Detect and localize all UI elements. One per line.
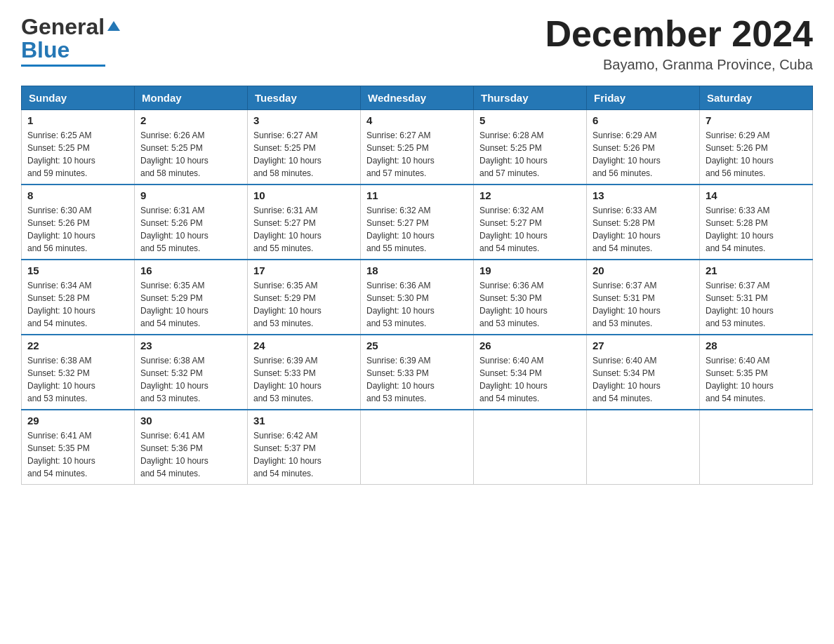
day-cell: 1 Sunrise: 6:25 AM Sunset: 5:25 PM Dayli… xyxy=(22,110,135,185)
day-cell: 18 Sunrise: 6:36 AM Sunset: 5:30 PM Dayl… xyxy=(361,260,474,335)
title-section: December 2024 Bayamo, Granma Province, C… xyxy=(545,14,813,73)
day-number: 23 xyxy=(140,340,241,351)
week-row-4: 22 Sunrise: 6:38 AM Sunset: 5:32 PM Dayl… xyxy=(22,335,813,410)
week-row-3: 15 Sunrise: 6:34 AM Sunset: 5:28 PM Dayl… xyxy=(22,260,813,335)
day-cell: 22 Sunrise: 6:38 AM Sunset: 5:32 PM Dayl… xyxy=(22,335,135,410)
day-info: Sunrise: 6:25 AM Sunset: 5:25 PM Dayligh… xyxy=(27,129,128,180)
week-row-5: 29 Sunrise: 6:41 AM Sunset: 5:35 PM Dayl… xyxy=(22,410,813,485)
day-number: 28 xyxy=(706,340,807,351)
col-header-friday: Friday xyxy=(587,86,700,110)
day-cell: 24 Sunrise: 6:39 AM Sunset: 5:33 PM Dayl… xyxy=(248,335,361,410)
day-info: Sunrise: 6:38 AM Sunset: 5:32 PM Dayligh… xyxy=(27,354,128,405)
calendar-table: SundayMondayTuesdayWednesdayThursdayFrid… xyxy=(21,86,813,485)
day-info: Sunrise: 6:40 AM Sunset: 5:34 PM Dayligh… xyxy=(479,354,581,405)
day-cell: 4 Sunrise: 6:27 AM Sunset: 5:25 PM Dayli… xyxy=(361,110,474,185)
logo-blue: Blue xyxy=(21,37,70,63)
day-number: 20 xyxy=(593,264,694,276)
day-cell: 21 Sunrise: 6:37 AM Sunset: 5:31 PM Dayl… xyxy=(700,260,813,335)
day-number: 4 xyxy=(366,114,468,126)
day-info: Sunrise: 6:31 AM Sunset: 5:26 PM Dayligh… xyxy=(140,204,241,255)
location-subtitle: Bayamo, Granma Province, Cuba xyxy=(545,57,813,73)
col-header-sunday: Sunday xyxy=(22,86,135,110)
day-cell: 20 Sunrise: 6:37 AM Sunset: 5:31 PM Dayl… xyxy=(587,260,700,335)
col-header-tuesday: Tuesday xyxy=(248,86,361,110)
day-number: 10 xyxy=(253,189,355,201)
col-header-thursday: Thursday xyxy=(474,86,587,110)
day-info: Sunrise: 6:39 AM Sunset: 5:33 PM Dayligh… xyxy=(253,354,355,405)
logo-triangle-icon xyxy=(106,18,121,34)
day-info: Sunrise: 6:41 AM Sunset: 5:36 PM Dayligh… xyxy=(140,429,241,480)
day-cell: 17 Sunrise: 6:35 AM Sunset: 5:29 PM Dayl… xyxy=(248,260,361,335)
day-number: 25 xyxy=(366,340,468,351)
day-info: Sunrise: 6:41 AM Sunset: 5:35 PM Dayligh… xyxy=(27,429,128,480)
day-info: Sunrise: 6:36 AM Sunset: 5:30 PM Dayligh… xyxy=(479,279,581,330)
day-cell xyxy=(474,410,587,485)
day-number: 1 xyxy=(27,114,128,126)
col-header-monday: Monday xyxy=(135,86,248,110)
day-number: 31 xyxy=(253,415,355,427)
day-number: 9 xyxy=(140,189,241,201)
day-cell: 16 Sunrise: 6:35 AM Sunset: 5:29 PM Dayl… xyxy=(135,260,248,335)
day-number: 29 xyxy=(27,415,128,427)
day-number: 2 xyxy=(140,114,241,126)
day-number: 19 xyxy=(479,264,581,276)
day-number: 17 xyxy=(253,264,355,276)
day-info: Sunrise: 6:27 AM Sunset: 5:25 PM Dayligh… xyxy=(253,129,355,180)
day-info: Sunrise: 6:29 AM Sunset: 5:26 PM Dayligh… xyxy=(593,129,694,180)
day-number: 27 xyxy=(593,340,694,351)
day-cell: 27 Sunrise: 6:40 AM Sunset: 5:34 PM Dayl… xyxy=(587,335,700,410)
day-cell: 19 Sunrise: 6:36 AM Sunset: 5:30 PM Dayl… xyxy=(474,260,587,335)
day-cell xyxy=(700,410,813,485)
day-info: Sunrise: 6:39 AM Sunset: 5:33 PM Dayligh… xyxy=(366,354,468,405)
day-info: Sunrise: 6:36 AM Sunset: 5:30 PM Dayligh… xyxy=(366,279,468,330)
logo-underline xyxy=(21,65,105,67)
week-row-2: 8 Sunrise: 6:30 AM Sunset: 5:26 PM Dayli… xyxy=(22,185,813,260)
day-cell xyxy=(361,410,474,485)
day-number: 7 xyxy=(706,114,807,126)
day-cell: 25 Sunrise: 6:39 AM Sunset: 5:33 PM Dayl… xyxy=(361,335,474,410)
day-info: Sunrise: 6:37 AM Sunset: 5:31 PM Dayligh… xyxy=(706,279,807,330)
day-info: Sunrise: 6:35 AM Sunset: 5:29 PM Dayligh… xyxy=(140,279,241,330)
day-number: 30 xyxy=(140,415,241,427)
day-number: 5 xyxy=(479,114,581,126)
day-cell: 12 Sunrise: 6:32 AM Sunset: 5:27 PM Dayl… xyxy=(474,185,587,260)
day-info: Sunrise: 6:33 AM Sunset: 5:28 PM Dayligh… xyxy=(706,204,807,255)
day-info: Sunrise: 6:31 AM Sunset: 5:27 PM Dayligh… xyxy=(253,204,355,255)
day-info: Sunrise: 6:26 AM Sunset: 5:25 PM Dayligh… xyxy=(140,129,241,180)
day-number: 26 xyxy=(479,340,581,351)
day-cell xyxy=(587,410,700,485)
day-info: Sunrise: 6:30 AM Sunset: 5:26 PM Dayligh… xyxy=(27,204,128,255)
svg-marker-0 xyxy=(107,21,120,31)
day-cell: 14 Sunrise: 6:33 AM Sunset: 5:28 PM Dayl… xyxy=(700,185,813,260)
day-cell: 5 Sunrise: 6:28 AM Sunset: 5:25 PM Dayli… xyxy=(474,110,587,185)
logo: General Blue xyxy=(21,14,121,67)
day-cell: 29 Sunrise: 6:41 AM Sunset: 5:35 PM Dayl… xyxy=(22,410,135,485)
day-info: Sunrise: 6:28 AM Sunset: 5:25 PM Dayligh… xyxy=(479,129,581,180)
day-number: 13 xyxy=(593,189,694,201)
week-row-1: 1 Sunrise: 6:25 AM Sunset: 5:25 PM Dayli… xyxy=(22,110,813,185)
day-cell: 7 Sunrise: 6:29 AM Sunset: 5:26 PM Dayli… xyxy=(700,110,813,185)
day-number: 11 xyxy=(366,189,468,201)
day-number: 21 xyxy=(706,264,807,276)
day-info: Sunrise: 6:42 AM Sunset: 5:37 PM Dayligh… xyxy=(253,429,355,480)
day-info: Sunrise: 6:29 AM Sunset: 5:26 PM Dayligh… xyxy=(706,129,807,180)
day-cell: 30 Sunrise: 6:41 AM Sunset: 5:36 PM Dayl… xyxy=(135,410,248,485)
day-info: Sunrise: 6:32 AM Sunset: 5:27 PM Dayligh… xyxy=(479,204,581,255)
day-info: Sunrise: 6:37 AM Sunset: 5:31 PM Dayligh… xyxy=(593,279,694,330)
day-number: 18 xyxy=(366,264,468,276)
day-cell: 9 Sunrise: 6:31 AM Sunset: 5:26 PM Dayli… xyxy=(135,185,248,260)
day-info: Sunrise: 6:33 AM Sunset: 5:28 PM Dayligh… xyxy=(593,204,694,255)
day-number: 15 xyxy=(27,264,128,276)
day-number: 3 xyxy=(253,114,355,126)
day-number: 16 xyxy=(140,264,241,276)
day-info: Sunrise: 6:38 AM Sunset: 5:32 PM Dayligh… xyxy=(140,354,241,405)
day-number: 24 xyxy=(253,340,355,351)
day-info: Sunrise: 6:40 AM Sunset: 5:34 PM Dayligh… xyxy=(593,354,694,405)
day-cell: 13 Sunrise: 6:33 AM Sunset: 5:28 PM Dayl… xyxy=(587,185,700,260)
day-cell: 2 Sunrise: 6:26 AM Sunset: 5:25 PM Dayli… xyxy=(135,110,248,185)
day-cell: 23 Sunrise: 6:38 AM Sunset: 5:32 PM Dayl… xyxy=(135,335,248,410)
day-cell: 26 Sunrise: 6:40 AM Sunset: 5:34 PM Dayl… xyxy=(474,335,587,410)
day-number: 12 xyxy=(479,189,581,201)
col-header-saturday: Saturday xyxy=(700,86,813,110)
day-cell: 31 Sunrise: 6:42 AM Sunset: 5:37 PM Dayl… xyxy=(248,410,361,485)
